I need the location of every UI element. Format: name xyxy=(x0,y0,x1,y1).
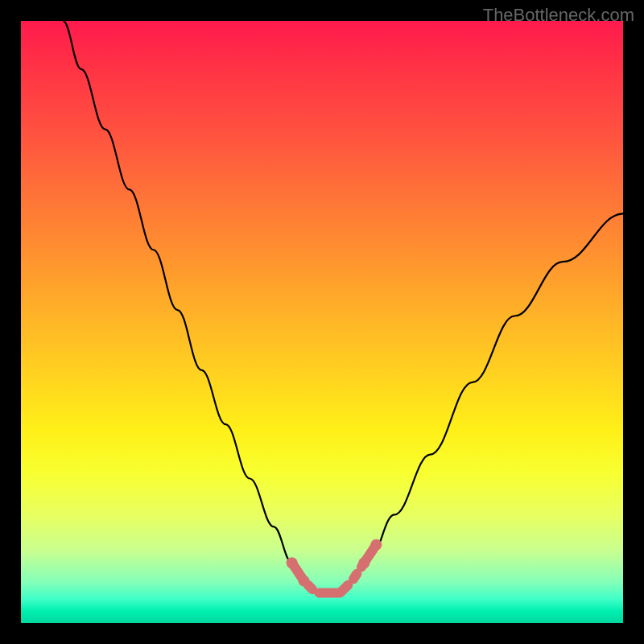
chart-svg xyxy=(21,21,623,623)
watermark-label: TheBottleneck.com xyxy=(483,5,634,26)
highlight-zone xyxy=(287,539,382,593)
svg-point-0 xyxy=(287,557,298,568)
chart-container: TheBottleneck.com xyxy=(0,0,644,644)
svg-point-2 xyxy=(299,576,310,587)
svg-point-3 xyxy=(358,557,369,568)
plot-area xyxy=(21,21,623,623)
bottleneck-curve xyxy=(63,21,623,593)
svg-point-1 xyxy=(370,539,382,551)
